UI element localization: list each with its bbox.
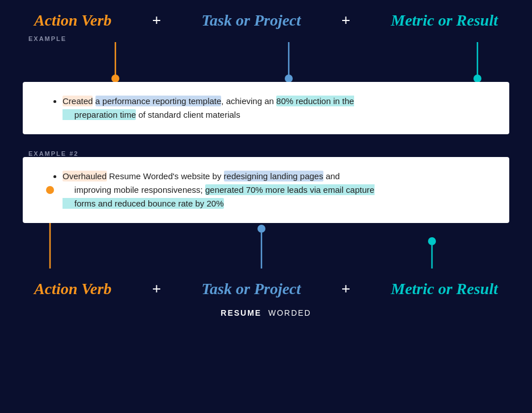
bottom-metric-label: Metric or Result: [391, 280, 498, 298]
top-plus1: +: [152, 11, 161, 30]
bottom-action-verb: Action Verb: [34, 280, 111, 298]
example1-action-highlight: Created: [63, 96, 93, 106]
example1-box: Created a performance reporting template…: [23, 82, 509, 134]
example2-action-highlight: Overhauled: [63, 171, 107, 181]
example2-bullet: Overhauled Resume Worded's website by re…: [63, 170, 492, 210]
top-formula-row: Action Verb + Task or Project + Metric o…: [23, 11, 509, 30]
example2-box: Overhauled Resume Worded's website by re…: [23, 157, 509, 223]
example1-bullet: Created a performance reporting template…: [63, 94, 492, 122]
branding-worded: WORDED: [268, 308, 311, 317]
example2-label: EXAMPLE #2: [23, 150, 509, 157]
bottom-formula-row: Action Verb + Task or Project + Metric o…: [23, 280, 509, 298]
example1-section: EXAMPLE Created a performance reporting …: [23, 35, 509, 134]
example2-block: Overhauled Resume Worded's website by re…: [23, 157, 509, 269]
example2-metric-highlight: generated 70% more leads via email captu…: [63, 184, 375, 209]
example2-task-highlight: redesigning landing pages: [224, 171, 323, 181]
example2-section: EXAMPLE #2 Overhauled Resume Worded's we…: [23, 150, 509, 269]
svg-point-10: [428, 237, 436, 245]
branding-area: RESUME WORDED: [221, 308, 311, 317]
top-plus2: +: [342, 11, 351, 30]
bottom-plus1: +: [152, 280, 161, 298]
top-metric-label: Metric or Result: [391, 11, 498, 30]
svg-point-8: [257, 225, 265, 233]
example1-task-highlight: a performance reporting template: [95, 96, 222, 106]
top-task-label: Task or Project: [202, 11, 301, 30]
example1-label: EXAMPLE: [23, 35, 509, 42]
example1-block: Created a performance reporting template…: [23, 42, 509, 134]
example2-bottom-connectors: [23, 223, 509, 269]
branding-resume: RESUME: [221, 308, 261, 317]
bottom-plus2: +: [342, 280, 351, 298]
top-action-verb: Action Verb: [34, 11, 111, 30]
bottom-task-label: Task or Project: [202, 280, 301, 298]
